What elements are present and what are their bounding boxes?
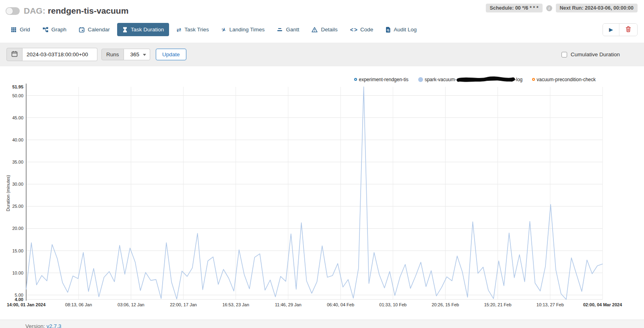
dag-actions: ▶ xyxy=(603,23,638,36)
cumulative-duration-checkbox[interactable] xyxy=(561,52,567,57)
tab-label: Audit Log xyxy=(394,27,417,33)
tab-gantt[interactable]: Gantt xyxy=(272,23,304,36)
legend-label: experiment-rendgen-tis xyxy=(359,77,408,82)
date-input-group xyxy=(6,48,97,61)
audit-log-icon xyxy=(386,27,390,33)
dag-pause-toggle[interactable] xyxy=(6,7,20,15)
calendar-icon xyxy=(79,27,85,33)
tab-calendar[interactable]: Calendar xyxy=(74,23,115,36)
svg-text:02:00, 04 Mar 2024: 02:00, 04 Mar 2024 xyxy=(583,302,623,307)
svg-text:10:13, 27 Feb: 10:13, 27 Feb xyxy=(537,302,564,307)
svg-text:35.00: 35.00 xyxy=(12,160,23,164)
tab-label: Details xyxy=(321,27,337,33)
schedule-badge: Schedule: 00 */6 * * * xyxy=(486,4,543,12)
dag-name: rendgen-tis-vacuum xyxy=(48,6,129,15)
dag-title-group: DAG:rendgen-tis-vacuum xyxy=(6,6,128,16)
tab-details[interactable]: Details xyxy=(306,23,343,36)
legend-label: vacuum-precondition-check xyxy=(537,77,596,82)
svg-text:20.00: 20.00 xyxy=(12,226,23,231)
plane-landing-icon: ✈ xyxy=(220,26,227,33)
toggle-knob xyxy=(6,8,13,14)
warning-triangle-icon xyxy=(312,27,318,33)
calendar-addon xyxy=(6,48,23,61)
tab-grid[interactable]: Grid xyxy=(6,23,35,36)
tab-code[interactable]: < > Code xyxy=(345,23,379,36)
delete-dag-button[interactable] xyxy=(619,24,637,36)
svg-text:08:13, 06 Jan: 08:13, 06 Jan xyxy=(65,302,92,307)
series-ring-marker xyxy=(354,78,357,81)
runs-group: Runs 365 xyxy=(101,49,150,60)
retry-icon: ⇄ xyxy=(176,27,181,33)
legend-label-prefix: spark-vacuum- xyxy=(425,77,456,82)
trigger-dag-button[interactable]: ▶ xyxy=(603,24,619,36)
runs-value: 365 xyxy=(130,51,140,57)
svg-text:51.95: 51.95 xyxy=(12,84,23,89)
runs-label: Runs xyxy=(101,49,124,60)
tab-label: Grid xyxy=(20,27,30,33)
legend-item-experiment-rendgen-tis[interactable]: experiment-rendgen-tis xyxy=(354,77,408,82)
base-date-input[interactable] xyxy=(23,48,97,61)
page-title: DAG:rendgen-tis-vacuum xyxy=(24,6,128,16)
calendar-small-icon xyxy=(11,51,18,58)
svg-text:01:33, 10 Feb: 01:33, 10 Feb xyxy=(379,302,407,307)
svg-text:50.00: 50.00 xyxy=(12,93,23,98)
runs-select[interactable]: 365 xyxy=(124,49,151,60)
dag-prefix-label: DAG: xyxy=(24,6,45,15)
header: DAG:rendgen-tis-vacuum Schedule: 00 */6 … xyxy=(0,0,644,16)
tab-label: Code xyxy=(360,27,373,33)
tab-label: Landing Times xyxy=(229,27,265,33)
task-duration-chart: experiment-rendgen-tis spark-vacuum--log… xyxy=(0,73,644,310)
svg-text:14:00, 01 Jan 2024: 14:00, 01 Jan 2024 xyxy=(7,302,46,307)
legend-item-vacuum-precondition-check[interactable]: vacuum-precondition-check xyxy=(532,77,596,82)
legend-item-spark-vacuum-log[interactable]: spark-vacuum--log xyxy=(418,76,522,82)
svg-text:16:53, 23 Jan: 16:53, 23 Jan xyxy=(222,302,249,307)
svg-text:40.00: 40.00 xyxy=(12,137,23,142)
chart-legend: experiment-rendgen-tis spark-vacuum--log… xyxy=(354,76,596,82)
svg-text:4.00: 4.00 xyxy=(15,297,23,302)
tab-graph[interactable]: Graph xyxy=(37,23,72,36)
series-ring-marker xyxy=(532,78,535,81)
code-icon: < > xyxy=(350,27,357,33)
filter-bar: Runs 365 Update Cumulative Duration xyxy=(0,43,644,66)
tabs: Grid Graph Calendar Task Duration xyxy=(6,23,422,36)
tab-label: Task Tries xyxy=(184,27,209,33)
svg-text:Duration (minutes): Duration (minutes) xyxy=(6,175,10,211)
tab-audit-log[interactable]: Audit Log xyxy=(380,23,422,36)
update-button[interactable]: Update xyxy=(156,49,186,60)
cumulative-duration-control: Cumulative Duration xyxy=(561,51,620,57)
svg-text:03:06, 12 Jan: 03:06, 12 Jan xyxy=(118,302,144,307)
svg-text:22:00, 17 Jan: 22:00, 17 Jan xyxy=(170,302,197,307)
tab-label: Task Duration xyxy=(131,27,164,33)
graph-icon xyxy=(43,27,48,33)
chevron-down-icon xyxy=(143,54,146,56)
svg-text:15.00: 15.00 xyxy=(12,248,23,253)
series-dot-marker xyxy=(418,77,423,82)
legend-label-suffix: -log xyxy=(514,77,522,82)
svg-text:45.00: 45.00 xyxy=(12,115,23,120)
tab-task-duration[interactable]: Task Duration xyxy=(117,23,169,36)
svg-text:30.00: 30.00 xyxy=(12,182,23,187)
svg-text:20:26, 15 Feb: 20:26, 15 Feb xyxy=(432,302,459,307)
tab-task-tries[interactable]: ⇄ Task Tries xyxy=(171,23,214,36)
play-icon: ▶ xyxy=(609,27,613,33)
info-icon[interactable]: i xyxy=(546,5,552,11)
gantt-icon xyxy=(277,27,283,33)
tab-label: Graph xyxy=(52,27,67,33)
tab-label: Gantt xyxy=(286,27,299,33)
version-link[interactable]: v2.7.3 xyxy=(47,323,62,328)
hourglass-icon xyxy=(122,27,128,33)
footer: Version: v2.7.3 xyxy=(0,320,644,328)
cumulative-duration-label: Cumulative Duration xyxy=(571,51,620,57)
tab-label: Calendar xyxy=(88,27,110,33)
svg-text:06:40, 04 Feb: 06:40, 04 Feb xyxy=(327,302,354,307)
airflow-dag-page: DAG:rendgen-tis-vacuum Schedule: 00 */6 … xyxy=(0,0,644,328)
svg-text:15:20, 21 Feb: 15:20, 21 Feb xyxy=(484,302,512,307)
duration-line-chart: 51.9550.0045.0040.0035.0030.0025.0020.00… xyxy=(4,73,624,310)
svg-text:25.00: 25.00 xyxy=(12,204,23,209)
tab-bar: Grid Graph Calendar Task Duration xyxy=(0,16,644,36)
redaction-scribble xyxy=(456,76,515,84)
version-label: Version: xyxy=(25,323,45,328)
svg-text:11:46, 29 Jan: 11:46, 29 Jan xyxy=(275,302,301,307)
trash-icon xyxy=(625,26,631,33)
tab-landing-times[interactable]: ✈ Landing Times xyxy=(216,23,270,36)
